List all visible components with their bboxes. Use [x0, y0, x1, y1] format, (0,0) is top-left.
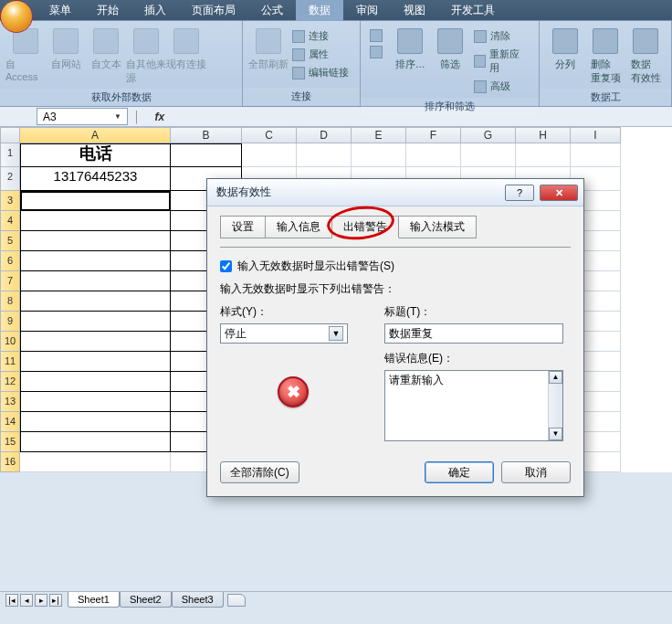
cell[interactable]	[20, 251, 171, 271]
column-header[interactable]: I	[571, 127, 621, 143]
sort-asc-button[interactable]	[366, 28, 390, 43]
fx-icon[interactable]: fx	[155, 111, 165, 123]
cell[interactable]	[20, 412, 171, 432]
sheet-tab-1[interactable]: Sheet1	[68, 592, 120, 608]
cell[interactable]	[242, 143, 297, 167]
cell[interactable]	[20, 372, 171, 392]
show-error-checkbox[interactable]	[220, 260, 232, 272]
cell[interactable]	[20, 312, 171, 332]
cell[interactable]	[516, 143, 571, 167]
chevron-down-icon[interactable]: ▼	[329, 326, 343, 341]
column-header[interactable]: H	[516, 127, 571, 143]
cell[interactable]	[20, 231, 171, 251]
remove-duplicates-button[interactable]: 删除 重复项	[585, 25, 625, 85]
cell[interactable]	[352, 143, 406, 167]
new-sheet-button[interactable]	[227, 594, 246, 607]
clear-all-button[interactable]: 全部清除(C)	[220, 461, 299, 483]
column-header[interactable]: G	[461, 127, 516, 143]
cell[interactable]	[20, 271, 171, 291]
style-select[interactable]: 停止 ▼	[220, 323, 348, 344]
menu-tab-data[interactable]: 数据	[296, 0, 343, 21]
sheet-tab-2[interactable]: Sheet2	[120, 592, 172, 608]
chevron-down-icon[interactable]: ▼	[114, 112, 121, 121]
sheet-nav-last[interactable]: ▸|	[49, 594, 62, 607]
tab-input-message[interactable]: 输入信息	[265, 216, 332, 238]
clear-filter-button[interactable]: 清除	[470, 28, 533, 44]
title-input[interactable]: 数据重复	[384, 323, 563, 344]
reapply-button[interactable]: 重新应用	[470, 47, 533, 76]
scroll-down-icon[interactable]: ▼	[549, 428, 562, 440]
from-other-button[interactable]: 自其他来源	[126, 25, 166, 85]
existing-conn-button[interactable]: 现有连接	[166, 25, 206, 71]
cell[interactable]	[20, 392, 171, 412]
properties-button[interactable]: 属性	[289, 47, 352, 62]
ok-button[interactable]: 确定	[425, 461, 494, 483]
cell[interactable]	[571, 143, 621, 167]
cell[interactable]: 电话	[20, 143, 171, 167]
row-header[interactable]: 7	[0, 271, 20, 291]
menu-tab-menu[interactable]: 菜单	[37, 0, 84, 21]
row-header[interactable]: 11	[0, 352, 20, 372]
cell[interactable]	[20, 432, 171, 452]
help-button[interactable]: ?	[505, 185, 534, 201]
column-header[interactable]: A	[20, 127, 171, 143]
row-header[interactable]: 6	[0, 251, 20, 271]
menu-tab-pagelayout[interactable]: 页面布局	[179, 0, 248, 21]
sheet-nav-first[interactable]: |◂	[5, 594, 18, 607]
tab-ime-mode[interactable]: 输入法模式	[398, 216, 477, 238]
cell[interactable]: 13176445233	[20, 167, 171, 191]
cancel-button[interactable]: 取消	[501, 461, 571, 483]
scrollbar[interactable]: ▲ ▼	[548, 371, 562, 440]
row-header[interactable]: 16	[0, 452, 20, 472]
column-header[interactable]: E	[352, 127, 406, 143]
scroll-up-icon[interactable]: ▲	[549, 371, 562, 384]
from-web-button[interactable]: 自网站	[46, 25, 86, 71]
row-header[interactable]: 3	[0, 191, 20, 211]
column-header[interactable]: C	[242, 127, 297, 143]
row-header[interactable]: 9	[0, 312, 20, 332]
row-header[interactable]: 1	[0, 143, 20, 167]
menu-tab-view[interactable]: 视图	[391, 0, 438, 21]
from-text-button[interactable]: 自文本	[86, 25, 126, 71]
cell[interactable]	[406, 143, 461, 167]
data-validation-button[interactable]: 数据 有效性	[625, 25, 666, 85]
row-header[interactable]: 13	[0, 392, 20, 412]
cell[interactable]	[20, 211, 171, 231]
sheet-tab-3[interactable]: Sheet3	[172, 592, 224, 608]
tab-error-alert[interactable]: 出错警告	[331, 216, 399, 238]
row-header[interactable]: 12	[0, 372, 20, 392]
select-all-corner[interactable]	[0, 127, 20, 143]
from-access-button[interactable]: 自 Access	[5, 25, 46, 82]
menu-tab-formulas[interactable]: 公式	[248, 0, 296, 21]
row-header[interactable]: 10	[0, 332, 20, 352]
dialog-titlebar[interactable]: 数据有效性 ? ✕	[207, 179, 583, 206]
tab-settings[interactable]: 设置	[220, 216, 266, 238]
cell[interactable]	[20, 352, 171, 372]
cell[interactable]	[20, 452, 171, 472]
sheet-nav-prev[interactable]: ◂	[20, 594, 33, 607]
sheet-nav-next[interactable]: ▸	[35, 594, 47, 607]
edit-links-button[interactable]: 编辑链接	[289, 65, 352, 80]
row-header[interactable]: 8	[0, 291, 20, 312]
office-orb-icon[interactable]	[0, 0, 33, 33]
column-header[interactable]: D	[297, 127, 352, 143]
text-to-columns-button[interactable]: 分列	[545, 25, 585, 71]
row-header[interactable]: 5	[0, 231, 20, 251]
connections-button[interactable]: 连接	[289, 28, 352, 44]
menu-tab-devtools[interactable]: 开发工具	[438, 0, 508, 21]
menu-tab-review[interactable]: 审阅	[343, 0, 391, 21]
message-textarea[interactable]: 请重新输入 ▲ ▼	[384, 370, 563, 441]
row-header[interactable]: 2	[0, 167, 20, 191]
row-header[interactable]: 4	[0, 211, 20, 231]
column-header[interactable]: B	[171, 127, 242, 143]
cell[interactable]	[461, 143, 516, 167]
menu-tab-insert[interactable]: 插入	[131, 0, 179, 21]
cell[interactable]	[20, 332, 171, 352]
filter-button[interactable]: 筛选	[430, 25, 470, 71]
cell[interactable]	[297, 143, 352, 167]
menu-tab-home[interactable]: 开始	[84, 0, 131, 21]
row-header[interactable]: 14	[0, 412, 20, 432]
row-header[interactable]: 15	[0, 432, 20, 452]
name-box[interactable]: A3 ▼	[37, 108, 128, 125]
refresh-all-button[interactable]: 全部刷新	[248, 25, 289, 71]
